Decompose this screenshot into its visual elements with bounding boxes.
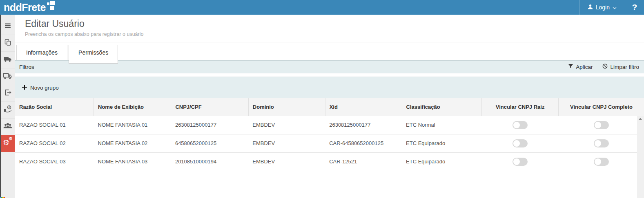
new-group-label: Novo grupo bbox=[30, 85, 59, 91]
cell-classificacao: ETC Equiparado bbox=[402, 134, 482, 152]
cell-classificacao: ETC Normal bbox=[402, 116, 482, 134]
menu-icon bbox=[4, 22, 12, 31]
cell-cnpj-cpf: 26308125000177 bbox=[171, 116, 248, 134]
sidebar: $ ⚙⚙ bbox=[0, 15, 15, 198]
gears-icon: ⚙⚙ bbox=[1, 135, 15, 152]
toggle-knob bbox=[595, 158, 601, 165]
sidebar-item-truck[interactable] bbox=[1, 52, 15, 68]
col-nome-exibicao: Nome de Exibição bbox=[94, 98, 171, 116]
col-dominio: Domínio bbox=[248, 98, 325, 116]
col-vincular-cnpj-raiz: Vincular CNPJ Raiz bbox=[482, 98, 559, 116]
new-group-button[interactable]: Novo grupo bbox=[22, 85, 59, 91]
login-menu[interactable]: Login bbox=[579, 0, 625, 15]
vincular-cnpj-completo-toggle[interactable] bbox=[594, 158, 609, 166]
login-label: Login bbox=[596, 4, 610, 11]
delivery-truck-icon bbox=[3, 72, 13, 81]
toggle-knob bbox=[513, 158, 520, 165]
col-classificacao: Classificação bbox=[402, 98, 482, 116]
cell-xid: CAR-12521 bbox=[325, 152, 402, 171]
logo-squares-icon bbox=[47, 1, 56, 11]
scroll-up-arrow-icon[interactable] bbox=[639, 118, 642, 120]
tab-permissoes[interactable]: Permissões bbox=[69, 45, 118, 64]
cell-dominio: EMBDEV bbox=[248, 134, 325, 152]
sidebar-item-delivery-truck[interactable] bbox=[1, 68, 15, 85]
toggle-knob bbox=[513, 122, 520, 128]
documents-icon bbox=[4, 38, 12, 48]
cell-razao-social: RAZAO SOCIAL 01 bbox=[15, 116, 94, 134]
app-header: nddFrete Login ? bbox=[0, 0, 644, 15]
filters-title: Filtros bbox=[19, 64, 34, 70]
truck-icon bbox=[3, 55, 12, 65]
table-row: RAZAO SOCIAL 02 NOME FANTASIA 02 6458065… bbox=[15, 134, 644, 152]
cell-dominio: EMBDEV bbox=[248, 152, 325, 171]
cell-classificacao: ETC Equiparado bbox=[402, 152, 482, 171]
vincular-cnpj-raiz-toggle[interactable] bbox=[513, 121, 528, 129]
clear-filter-button[interactable]: Limpar filtro bbox=[602, 64, 639, 70]
main-content: Editar Usuário Preencha os campos abaixo… bbox=[15, 15, 644, 198]
help-label: ? bbox=[632, 2, 637, 12]
sidebar-item-billing[interactable]: $ bbox=[1, 102, 15, 119]
vincular-cnpj-raiz-toggle[interactable] bbox=[513, 139, 528, 147]
col-cnpj-cpf: CNPJ/CPF bbox=[171, 98, 248, 116]
section-gap bbox=[15, 73, 644, 77]
filter-actions: Aplicar Limpar filtro bbox=[568, 64, 639, 70]
export-icon bbox=[4, 88, 12, 98]
page-head: Editar Usuário Preencha os campos abaixo… bbox=[15, 15, 644, 42]
svg-text:$: $ bbox=[8, 106, 10, 109]
tab-bar: Informações Permissões bbox=[16, 45, 644, 60]
cell-cnpj-cpf: 20108510000194 bbox=[171, 152, 248, 171]
sidebar-item-documents[interactable] bbox=[1, 35, 15, 52]
cell-razao-social: RAZAO SOCIAL 03 bbox=[15, 152, 94, 171]
cell-cnpj-cpf: 64580652000125 bbox=[171, 134, 248, 152]
cell-xid: CAR-64580652000125 bbox=[325, 134, 402, 152]
toggle-knob bbox=[595, 122, 601, 128]
funnel-icon bbox=[568, 64, 573, 70]
page-title: Editar Usuário bbox=[25, 18, 644, 29]
table-header-row: Razão Social Nome de Exibição CNPJ/CPF D… bbox=[15, 98, 644, 116]
app-body: $ ⚙⚙ Editar Usuário Preencha os campos a… bbox=[0, 15, 644, 198]
toggle-knob bbox=[513, 140, 520, 147]
tab-informacoes[interactable]: Informações bbox=[16, 45, 67, 60]
ban-icon bbox=[602, 64, 608, 70]
col-razao-social: Razão Social bbox=[15, 98, 94, 116]
permissions-table: Razão Social Nome de Exibição CNPJ/CPF D… bbox=[15, 98, 644, 171]
clear-filter-label: Limpar filtro bbox=[610, 64, 639, 70]
billing-icon: $ bbox=[3, 105, 12, 115]
sidebar-item-export[interactable] bbox=[1, 85, 15, 102]
sidebar-item-menu[interactable] bbox=[1, 18, 15, 35]
users-icon bbox=[3, 122, 13, 132]
cell-nome-exibicao: NOME FANTASIA 01 bbox=[94, 116, 171, 134]
vincular-cnpj-raiz-toggle[interactable] bbox=[513, 158, 528, 166]
vincular-cnpj-completo-toggle[interactable] bbox=[594, 139, 609, 147]
sidebar-item-users[interactable] bbox=[1, 119, 15, 135]
col-vincular-cnpj-completo: Vincular CNPJ Completo bbox=[559, 98, 644, 116]
app-logo: nddFrete bbox=[0, 0, 56, 15]
toggle-knob bbox=[595, 140, 601, 147]
cell-xid: 26308125000177 bbox=[325, 116, 402, 134]
vertical-scrollbar[interactable] bbox=[637, 116, 644, 198]
header-right: Login ? bbox=[579, 0, 644, 15]
chevron-down-icon bbox=[613, 4, 617, 11]
cell-nome-exibicao: NOME FANTASIA 03 bbox=[94, 152, 171, 171]
user-icon bbox=[588, 4, 593, 11]
cell-dominio: EMBDEV bbox=[248, 116, 325, 134]
table-row: RAZAO SOCIAL 03 NOME FANTASIA 03 2010851… bbox=[15, 152, 644, 171]
app-logo-text: nddFrete bbox=[4, 0, 46, 15]
table-row: RAZAO SOCIAL 01 NOME FANTASIA 01 2630812… bbox=[15, 116, 644, 134]
apply-filter-label: Aplicar bbox=[576, 64, 593, 70]
cell-razao-social: RAZAO SOCIAL 02 bbox=[15, 134, 94, 152]
plus-icon bbox=[22, 85, 27, 91]
apply-filter-button[interactable]: Aplicar bbox=[568, 64, 593, 70]
help-button[interactable]: ? bbox=[625, 0, 644, 15]
col-xid: Xid bbox=[325, 98, 402, 116]
vincular-cnpj-completo-toggle[interactable] bbox=[594, 121, 609, 129]
page-subtitle: Preencha os campos abaixo para registrar… bbox=[25, 31, 644, 37]
group-toolbar: Novo grupo bbox=[15, 77, 644, 98]
sidebar-item-settings[interactable]: ⚙⚙ bbox=[1, 135, 15, 152]
cell-nome-exibicao: NOME FANTASIA 02 bbox=[94, 134, 171, 152]
